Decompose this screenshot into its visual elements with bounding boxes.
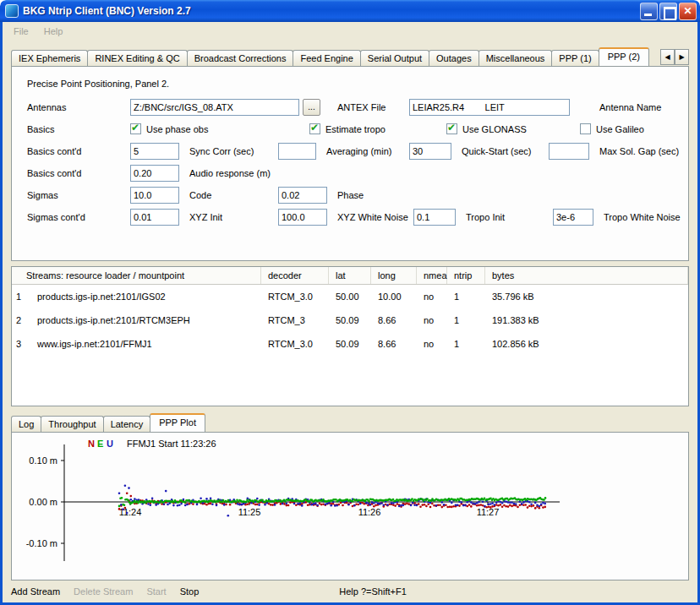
cell-ntrip: 1	[447, 315, 485, 325]
cell-long: 8.66	[371, 315, 417, 325]
basics-contd2-label: Basics cont'd	[27, 168, 130, 178]
tab-scroll-buttons: ◀ ▶	[660, 49, 689, 65]
tab-label: Outages	[436, 53, 472, 63]
field-input[interactable]	[278, 187, 327, 204]
field-input[interactable]	[130, 187, 179, 204]
menu-file[interactable]: File	[6, 24, 36, 39]
menu-help[interactable]: Help	[36, 24, 71, 39]
header-long[interactable]: long	[371, 267, 417, 284]
tab[interactable]: Throughput	[41, 416, 103, 432]
ppp-plot: 0.10 m0.00 m-0.10 m11:2411:2511:2611:27N…	[12, 433, 688, 580]
tab-label: PPP (1)	[559, 53, 591, 63]
checkbox[interactable]	[309, 123, 320, 134]
tab[interactable]: PPP Plot	[150, 413, 205, 432]
cell-lat: 50.00	[329, 292, 371, 302]
form-field: XYZ Init	[130, 209, 278, 226]
tab-label: Broadcast Corrections	[194, 53, 287, 63]
tab[interactable]: IEX Ephemeris	[11, 50, 88, 66]
stream-row[interactable]: 2 products.igs-ip.net:2101/RTCM3EPH RTCM…	[12, 308, 688, 332]
window-frame: File Help ◀ ▶ IEX Ephemeris RINEX Editin…	[0, 22, 700, 605]
tab[interactable]: PPP (1)	[551, 50, 599, 66]
checkbox-label: Use Galileo	[596, 124, 644, 134]
titlebar[interactable]: BKG Ntrip Client (BNC) Version 2.7	[0, 0, 700, 22]
tab-label: PPP (2)	[608, 52, 640, 62]
checkbox-label: Use phase obs	[146, 124, 208, 134]
field-input[interactable]	[130, 209, 179, 226]
stream-row[interactable]: 3 www.igs-ip.net:2101/FFMJ1 RTCM_3.0 50.…	[12, 332, 688, 356]
window-controls	[640, 3, 697, 20]
tab[interactable]: Feed Engine	[293, 50, 360, 66]
app-icon	[5, 4, 19, 18]
checkbox[interactable]	[580, 123, 591, 134]
tab[interactable]: Miscellaneous	[479, 50, 553, 66]
svg-text:0.10 m: 0.10 m	[29, 455, 57, 466]
antenna-name-input[interactable]	[409, 99, 570, 116]
svg-text:0.00 m: 0.00 m	[29, 497, 57, 507]
streams-table-header: Streams: resource loader / mountpoint de…	[12, 267, 688, 285]
form-field: Tropo White Noise	[553, 209, 681, 226]
header-ntrip[interactable]: ntrip	[447, 267, 485, 284]
maximize-button[interactable]	[659, 3, 677, 20]
header-mountpoint[interactable]: Streams: resource loader / mountpoint	[12, 267, 261, 284]
row-number: 2	[12, 315, 27, 325]
tab-label: Throughput	[48, 419, 96, 429]
header-nmea[interactable]: nmea	[417, 267, 447, 284]
tab-label: RINEX Editing & QC	[95, 53, 179, 63]
field-input[interactable]	[409, 143, 451, 160]
delete-stream-button[interactable]: Delete Stream	[74, 586, 133, 597]
minimize-button[interactable]	[640, 3, 658, 20]
basics-contd-row: Basics cont'd Sync Corr (sec) Averaging …	[12, 140, 688, 162]
start-button[interactable]: Start	[146, 586, 166, 597]
header-bytes[interactable]: bytes	[485, 267, 688, 284]
checkbox[interactable]	[446, 123, 457, 134]
main-tabbar: ◀ ▶ IEX Ephemeris RINEX Editing & QC Bro…	[3, 47, 697, 66]
svg-text:11:27: 11:27	[477, 507, 500, 517]
stop-button[interactable]: Stop	[180, 586, 200, 597]
tab[interactable]: Broadcast Corrections	[187, 50, 294, 66]
browse-button[interactable]: ...	[303, 99, 320, 116]
field-label: Averaging (min)	[326, 146, 409, 156]
ppp-panel: Precise Point Positioning, Panel 2. Ante…	[11, 66, 689, 262]
field-input[interactable]	[278, 209, 327, 226]
checkbox-item: Use Galileo	[580, 123, 644, 134]
add-stream-button[interactable]: Add Stream	[11, 586, 60, 597]
field-input[interactable]	[278, 143, 316, 160]
tab-label: Log	[19, 419, 34, 429]
menubar: File Help	[3, 22, 697, 41]
tab-scroll-right-icon[interactable]: ▶	[675, 49, 689, 65]
stream-row[interactable]: 1 products.igs-ip.net:2101/IGS02 RTCM_3.…	[12, 285, 688, 308]
close-button[interactable]	[679, 3, 697, 20]
tab-scroll-left-icon[interactable]: ◀	[660, 49, 675, 65]
tab[interactable]: PPP (2)	[599, 47, 649, 66]
tab-label: PPP Plot	[159, 417, 196, 428]
antennas-row: Antennas ... ANTEX File Antenna Name	[12, 96, 688, 118]
cell-mountpoint: products.igs-ip.net:2101/RTCM3EPH	[27, 315, 261, 325]
field-input[interactable]	[130, 165, 179, 182]
tab-label: IEX Ephemeris	[19, 53, 80, 63]
field-input[interactable]	[413, 209, 456, 226]
field-input[interactable]	[553, 209, 593, 226]
tab[interactable]: Log	[11, 416, 41, 432]
tab[interactable]: Serial Output	[360, 50, 429, 66]
field-label: Audio response (m)	[189, 168, 271, 178]
checkbox[interactable]	[130, 123, 141, 134]
header-decoder[interactable]: decoder	[261, 267, 329, 284]
tab[interactable]: Outages	[429, 50, 479, 66]
field-label: XYZ Init	[189, 212, 278, 222]
form-field: Audio response (m)	[130, 165, 271, 182]
header-lat[interactable]: lat	[329, 267, 371, 284]
field-label: Max Sol. Gap (sec)	[599, 146, 679, 156]
field-input[interactable]	[549, 143, 589, 160]
antex-path-input[interactable]	[130, 99, 299, 116]
form-field: Averaging (min)	[278, 143, 409, 160]
tab[interactable]: RINEX Editing & QC	[87, 50, 187, 66]
form-field: Phase	[278, 187, 364, 204]
field-label: Tropo Init	[466, 212, 553, 222]
svg-text:E: E	[97, 439, 103, 449]
cell-decoder: RTCM_3	[261, 315, 329, 325]
field-label: Sync Corr (sec)	[189, 146, 278, 156]
cell-bytes: 191.383 kB	[485, 315, 688, 325]
sigmas-row: Sigmas Code Phase	[12, 184, 688, 206]
tab[interactable]: Latency	[103, 416, 151, 432]
field-input[interactable]	[130, 143, 179, 160]
